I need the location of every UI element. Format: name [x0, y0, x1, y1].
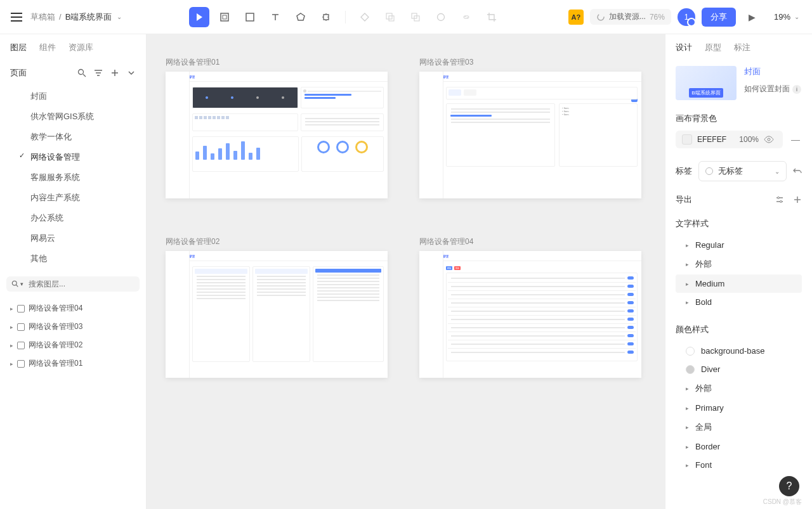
artboard[interactable]: 网络设备管理01 网络设备管理: [166, 57, 388, 198]
left-tab-1[interactable]: 组件: [39, 42, 56, 56]
text-style-item[interactable]: ▸Regular: [686, 236, 792, 254]
pentagon-icon: [296, 13, 305, 22]
ellipse-tool[interactable]: [431, 7, 451, 27]
frame-tool[interactable]: [214, 7, 235, 27]
canvas[interactable]: 网络设备管理01 网络设备管理: [147, 34, 665, 509]
move-tool[interactable]: [189, 7, 209, 27]
layer-item[interactable]: ▸网络设备管理02: [0, 336, 146, 354]
help-button[interactable]: ?: [779, 476, 799, 496]
text-tool[interactable]: [265, 7, 285, 27]
add-page-icon[interactable]: [110, 68, 119, 77]
layer-item[interactable]: ▸网络设备管理04: [0, 299, 146, 318]
chevron-right-icon: ▸: [686, 281, 689, 287]
color-style-group[interactable]: ▸Font: [686, 456, 792, 474]
collapse-icon[interactable]: [127, 68, 136, 77]
link-tool[interactable]: [456, 7, 476, 27]
page-item[interactable]: 网易云: [0, 228, 146, 248]
text-style-item[interactable]: ▸外部: [686, 254, 792, 274]
text-style-item[interactable]: ▸Medium: [676, 274, 802, 293]
crop-tool[interactable]: [481, 7, 502, 27]
page-item[interactable]: 供水管网GIS系统: [0, 106, 146, 127]
artboard-frame[interactable]: 网络设备管理 • Item: [419, 72, 641, 198]
artboard[interactable]: 网络设备管理04 网络设备管理 新建删除: [419, 236, 641, 378]
text-style-item[interactable]: ▸Bold: [686, 293, 792, 311]
breadcrumb-folder: 草稿箱: [30, 11, 55, 23]
pen-tool[interactable]: [291, 7, 311, 27]
svg-point-13: [780, 201, 782, 203]
color-style-group[interactable]: ▸外部: [686, 378, 792, 399]
settings-icon[interactable]: [775, 195, 784, 204]
filter-icon[interactable]: [94, 68, 103, 77]
page-item[interactable]: 网络设备管理: [0, 147, 146, 167]
frame-icon: [17, 360, 25, 368]
artboard-label: 网络设备管理04: [419, 236, 641, 247]
page-item[interactable]: 其他: [0, 248, 146, 269]
page-item[interactable]: 封面: [0, 86, 146, 106]
share-button[interactable]: 分享: [702, 8, 736, 27]
right-tab-2[interactable]: 标注: [734, 42, 750, 53]
chevron-right-icon: ▸: [686, 385, 689, 392]
left-panel: 图层组件资源库 页面 封面供水管网GIS系统教学一体化网络设备管理客服服务系统内…: [0, 34, 147, 509]
remove-icon[interactable]: —: [789, 134, 802, 145]
page-item[interactable]: 办公系统: [0, 208, 146, 228]
artboard[interactable]: 网络设备管理02 网络设备管理: [166, 236, 388, 378]
color-style-group[interactable]: ▸全局: [686, 417, 792, 437]
info-icon: i: [792, 85, 801, 94]
mask-tool[interactable]: [380, 7, 400, 27]
pages-title: 页面: [10, 67, 27, 79]
layer-item[interactable]: ▸网络设备管理03: [0, 318, 146, 336]
color-style-group[interactable]: ▸Primary: [686, 399, 792, 417]
color-style-group[interactable]: ▸Border: [686, 437, 792, 456]
color-styles-title: 颜色样式: [676, 324, 802, 335]
svg-point-12: [778, 197, 780, 199]
bg-color-input[interactable]: EFEFEF 100%: [676, 131, 783, 148]
boolean-icon: [411, 13, 420, 22]
page-item[interactable]: 内容生产系统: [0, 188, 146, 208]
chevron-right-icon: ▸: [10, 361, 13, 367]
visibility-icon[interactable]: [764, 136, 776, 143]
rectangle-tool[interactable]: [240, 7, 260, 27]
chevron-right-icon: ▸: [686, 462, 689, 468]
user-avatar[interactable]: 1: [678, 8, 695, 26]
search-icon[interactable]: [77, 68, 86, 77]
component-tool[interactable]: [355, 7, 375, 27]
layer-search-input[interactable]: [29, 280, 134, 288]
cover-link[interactable]: 封面: [744, 66, 801, 77]
chevron-down-icon: ⌄: [775, 168, 780, 175]
breadcrumb[interactable]: 草稿箱 / B端系统界面 ⌄: [30, 11, 122, 23]
cover-thumbnail[interactable]: B端系统界面: [676, 66, 737, 100]
layer-search[interactable]: ▾: [6, 276, 140, 292]
mask-icon: [386, 13, 395, 22]
chevron-right-icon: ▸: [686, 424, 689, 430]
svg-rect-0: [221, 13, 228, 21]
artboard-frame[interactable]: 网络设备管理 新建删除: [419, 251, 641, 378]
left-tab-2[interactable]: 资源库: [69, 42, 93, 56]
inspect-badge[interactable]: A?: [568, 10, 584, 25]
chevron-right-icon: ▸: [10, 306, 13, 312]
artboard-frame[interactable]: 网络设备管理: [166, 251, 388, 378]
layer-item[interactable]: ▸网络设备管理01: [0, 354, 146, 373]
svg-point-7: [437, 13, 444, 20]
menu-button[interactable]: [8, 8, 25, 26]
add-export-icon[interactable]: [793, 195, 802, 204]
artboard-frame[interactable]: 网络设备管理: [166, 72, 388, 198]
chevron-right-icon: ▸: [10, 324, 13, 330]
color-style-item[interactable]: Diver: [686, 360, 792, 378]
cover-howto[interactable]: 如何设置封面 i: [744, 84, 801, 94]
chevron-right-icon: ▸: [686, 242, 689, 248]
tag-select[interactable]: 无标签 ⌄: [698, 161, 787, 181]
left-tab-0[interactable]: 图层: [10, 42, 27, 56]
undo-icon[interactable]: [793, 167, 802, 176]
page-item[interactable]: 教学一体化: [0, 127, 146, 147]
right-tab-0[interactable]: 设计: [676, 42, 692, 53]
svg-point-10: [12, 281, 16, 285]
artboard[interactable]: 网络设备管理03 网络设备管理: [419, 57, 641, 198]
right-tab-1[interactable]: 原型: [705, 42, 721, 53]
plugin-tool[interactable]: [316, 7, 336, 27]
frame-icon: [17, 323, 25, 331]
color-style-item[interactable]: background-base: [686, 342, 792, 360]
zoom-select[interactable]: 19% ⌄: [769, 10, 804, 24]
boolean-tool[interactable]: [405, 7, 426, 27]
present-button[interactable]: ▶: [742, 7, 763, 27]
page-item[interactable]: 客服服务系统: [0, 167, 146, 188]
